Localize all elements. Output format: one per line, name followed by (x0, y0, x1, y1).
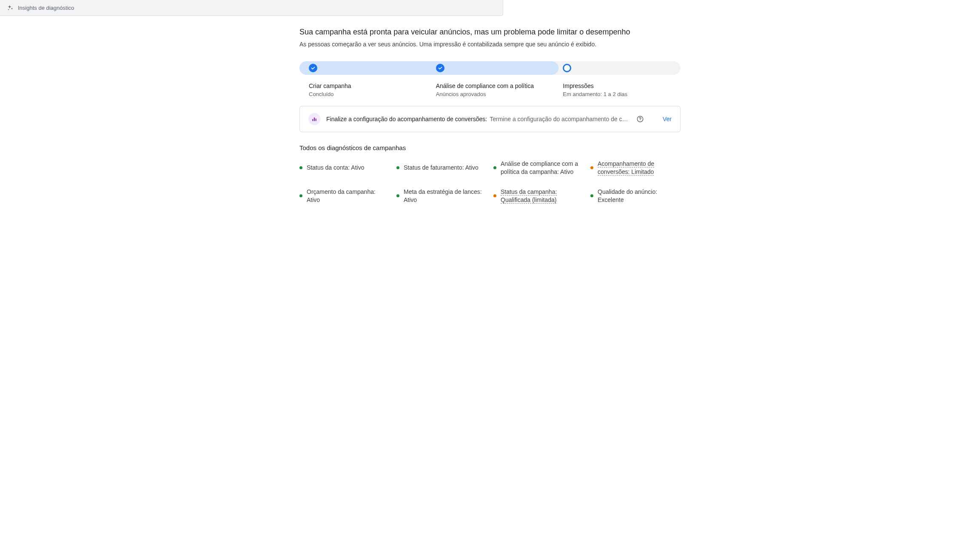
step-subtitle: Anúncios aprovados (436, 91, 545, 97)
progress-step-label-1: Análise de compliance com a políticaAnún… (427, 82, 554, 97)
diagnostic-item: Análise de compliance com a política da … (493, 160, 584, 176)
alert-title: Finalize a configuração do acompanhament… (326, 116, 487, 122)
status-dot-green-icon (396, 194, 399, 197)
diagnostic-item: Status de faturamento: Ativo (396, 160, 487, 176)
diagnostic-item[interactable]: Status da campanha: Qualificada (limitad… (493, 188, 584, 204)
content-area: Sua campanha está pronta para veicular a… (296, 28, 684, 204)
diagnostic-text: Status da conta: Ativo (307, 164, 364, 172)
diagnostic-item: Meta da estratégia de lances: Ativo (396, 188, 487, 204)
help-icon[interactable] (636, 115, 644, 123)
page-heading: Sua campanha está pronta para veicular a… (299, 28, 681, 37)
header-title: Insights de diagnóstico (18, 5, 74, 11)
check-icon (309, 64, 317, 72)
diagnostic-text: Qualidade do anúncio: Excelente (598, 188, 681, 204)
sparkle-icon (7, 4, 14, 11)
check-icon (436, 64, 444, 72)
diagnostics-grid: Status da conta: AtivoStatus de faturame… (299, 160, 681, 204)
diagnostic-text: Status da campanha: Qualificada (limitad… (501, 188, 584, 204)
svg-point-4 (640, 120, 640, 121)
progress-nodes (299, 61, 681, 75)
diagnostic-text: Orçamento da campanha: Ativo (307, 188, 390, 204)
progress-step-label-2: ImpressõesEm andamento: 1 a 2 dias (553, 82, 681, 97)
status-dot-green-icon (396, 166, 399, 169)
diagnostic-item: Status da conta: Ativo (299, 160, 390, 176)
step-title: Análise de compliance com a política (436, 82, 545, 89)
view-link[interactable]: Ver (650, 116, 672, 122)
svg-rect-0 (312, 119, 313, 121)
alert-description: Termine a configuração do acompanhamento… (490, 116, 630, 122)
status-dot-green-icon (299, 194, 302, 197)
progress-track (299, 61, 681, 75)
conversion-alert-card: Finalize a configuração do acompanhament… (299, 106, 681, 132)
diagnostic-item: Qualidade do anúncio: Excelente (590, 188, 681, 204)
step-title: Impressões (563, 82, 672, 89)
step-subtitle: Concluído (309, 91, 418, 97)
diagnostic-item[interactable]: Acompanhamento de conversões: Limitado (590, 160, 681, 176)
diagnostic-text: Análise de compliance com a política da … (501, 160, 584, 176)
status-dot-orange-icon (590, 166, 593, 169)
progress-labels: Criar campanhaConcluídoAnálise de compli… (299, 82, 681, 97)
diagnostic-text: Status de faturamento: Ativo (404, 164, 479, 172)
diagnostics-heading: Todos os diagnósticos de campanhas (299, 144, 681, 151)
step-title: Criar campanha (309, 82, 418, 89)
svg-rect-2 (316, 119, 316, 121)
progress-step-1 (427, 61, 554, 75)
progress-step-label-0: Criar campanhaConcluído (299, 82, 427, 97)
pending-circle-icon (563, 64, 571, 72)
progress-step-0 (299, 61, 427, 75)
status-dot-green-icon (590, 194, 593, 197)
svg-rect-1 (314, 118, 315, 121)
alert-text: Finalize a configuração do acompanhament… (326, 116, 630, 122)
page-subheading: As pessoas começarão a ver seus anúncios… (299, 41, 681, 48)
status-dot-green-icon (299, 166, 302, 169)
status-dot-orange-icon (493, 194, 496, 197)
progress-tracker: Criar campanhaConcluídoAnálise de compli… (299, 61, 681, 97)
status-dot-green-icon (493, 166, 496, 169)
chart-bar-icon (308, 113, 320, 125)
diagnostic-text: Acompanhamento de conversões: Limitado (598, 160, 681, 176)
diagnostic-text: Meta da estratégia de lances: Ativo (404, 188, 487, 204)
diagnostics-header: Insights de diagnóstico (0, 0, 503, 16)
diagnostic-item: Orçamento da campanha: Ativo (299, 188, 390, 204)
progress-step-2 (553, 61, 681, 75)
step-subtitle: Em andamento: 1 a 2 dias (563, 91, 672, 97)
